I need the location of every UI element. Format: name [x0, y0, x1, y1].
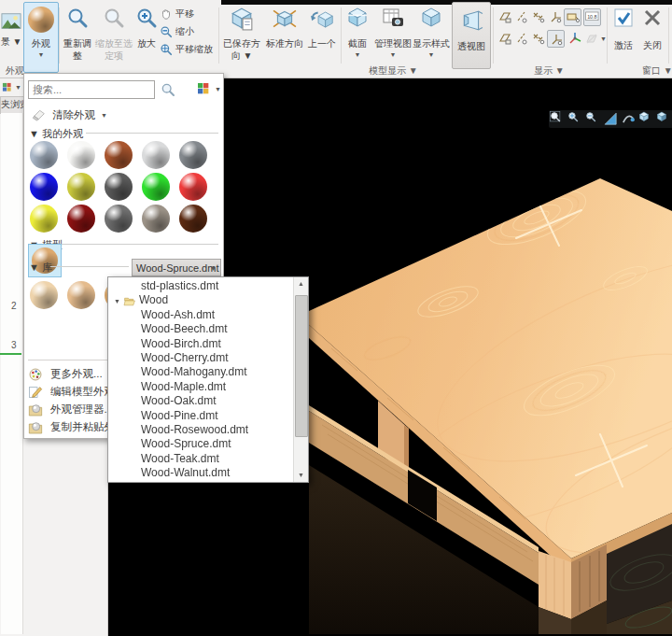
ribbon: 景 ▼ 外观 ▼ 重新调 整 缩放至选 定项 放大 平移 缩小 平移缩放 已保存… [0, 0, 672, 78]
group-label-appearance: 外观 [6, 64, 24, 78]
library-combo[interactable]: Wood-Spruce.dmt ▼ [132, 259, 221, 276]
scene-gallery-button[interactable]: 景 ▼ [0, 2, 22, 71]
dropdown-scrollbar[interactable]: ▲ ▼ [293, 277, 308, 482]
dropdown-item[interactable]: Wood-Beech.dmt [109, 322, 294, 336]
datum-pointx-toggle[interactable] [530, 30, 546, 46]
edit-icon [28, 385, 43, 400]
appearance-swatch-dark-gray[interactable] [105, 173, 133, 201]
dropdown-item[interactable]: Wood-Birch.dmt [109, 337, 294, 351]
appearance-swatch-copper-brown[interactable] [105, 141, 133, 169]
appearance-swatch-gray[interactable] [105, 205, 133, 233]
dropdown-item[interactable]: Wood-Cherry.dmt [109, 351, 294, 365]
dropdown-item[interactable]: Wood-Mahogany.dmt [109, 365, 294, 379]
section-caret-icon: ▼ [343, 51, 371, 58]
folder-browser-tab[interactable]: 夹浏览 [0, 96, 26, 114]
search-icon[interactable] [161, 82, 175, 97]
manage-views-button[interactable]: 管理视图 ▼ [373, 2, 413, 71]
refit-button[interactable]: 重新调 整 [61, 2, 94, 71]
appearance-gallery-button[interactable]: 外观 ▼ [23, 2, 59, 73]
appearance-swatch-light-silver[interactable] [142, 141, 170, 169]
navigator-grid-icon [2, 82, 12, 92]
close-x-icon [641, 7, 664, 29]
datum-dim-toggle[interactable]: 10.8 [583, 8, 601, 26]
scroll-thumb[interactable] [295, 295, 308, 437]
standard-orientation-button[interactable]: 标准方向 [265, 2, 304, 71]
activate-button[interactable]: 激活 [609, 2, 637, 71]
folder-expand-icon[interactable]: ▼ [114, 298, 120, 304]
group-separator [668, 7, 669, 64]
appearance-swatch-wood-light[interactable] [30, 281, 58, 309]
dropdown-item[interactable]: Wood-Ash.dmt [109, 308, 294, 322]
pan-button[interactable]: 平移 [160, 6, 194, 21]
datum-rotcenter-toggle[interactable] [567, 30, 582, 46]
dropdown-item[interactable]: Wood-Pine.dmt [109, 409, 294, 423]
section-library[interactable]: ▼ 库 [29, 261, 52, 275]
search-input[interactable] [28, 80, 155, 99]
display-style-button[interactable]: 显示样式 ▼ [413, 2, 450, 71]
appearance-swatch-stone[interactable] [142, 205, 170, 233]
standard-orientation-icon [273, 7, 297, 31]
datum-plane-toggle[interactable] [497, 8, 512, 24]
viewport-zin-icon[interactable] [567, 111, 583, 127]
dropdown-folder-wood[interactable]: ▼Wood [109, 293, 294, 307]
datum-plane-toggle[interactable] [497, 30, 512, 46]
tree-item[interactable]: 2 [11, 301, 17, 311]
viewport-repaint-icon[interactable] [603, 111, 619, 127]
section-button[interactable]: 截面 ▼ [343, 2, 371, 71]
group-separator [607, 7, 608, 64]
library-combo-value: Wood-Spruce.dmt [136, 262, 218, 274]
datum-csys-toggle[interactable] [547, 30, 565, 48]
datum-tag-toggle[interactable] [564, 8, 581, 26]
appearance-swatch-blue[interactable] [30, 173, 58, 201]
dropdown-item[interactable]: Wood-Oak.dmt [109, 394, 294, 408]
zoom-out-button[interactable]: 缩小 [160, 23, 194, 39]
appearance-swatch-wood-mid[interactable] [67, 281, 95, 309]
datum-pointx-toggle[interactable] [530, 8, 546, 24]
caret-down-icon[interactable]: ▼ [215, 86, 221, 92]
datum-csys-toggle[interactable] [547, 8, 563, 24]
saved-orientations-button[interactable]: 已保存方 向 ▼ [220, 2, 263, 71]
appearance-swatch-blue-gray[interactable] [30, 141, 58, 169]
scroll-down-icon[interactable]: ▼ [294, 469, 308, 482]
group-label-model-display[interactable]: 模型显示 ▼ [369, 64, 418, 78]
appearance-swatch-dark-wood[interactable] [179, 205, 207, 233]
viewport-reorient-icon[interactable] [621, 111, 637, 127]
dropdown-item[interactable]: Wood-Rosewood.dmt [109, 423, 294, 437]
appearance-swatch-green[interactable] [142, 173, 170, 201]
appearance-swatch-dark-red[interactable] [67, 205, 95, 233]
datum-axis-toggle[interactable] [513, 8, 529, 24]
viewport-style-icon[interactable] [638, 111, 654, 127]
group-label-window[interactable]: 窗口 ▼ [642, 64, 672, 78]
previous-view-button[interactable]: 上一个 [306, 2, 338, 71]
close-window-button[interactable]: 关闭 [638, 2, 666, 71]
appearance-swatch-white[interactable] [67, 141, 95, 169]
group-separator [493, 7, 494, 64]
scroll-up-icon[interactable]: ▲ [294, 277, 308, 290]
group-label-display[interactable]: 显示 ▼ [534, 64, 565, 78]
dropdown-item[interactable]: std-plastics.dmt [109, 279, 294, 293]
view-options-icon[interactable] [196, 81, 211, 96]
appearance-swatch-red[interactable] [179, 173, 207, 201]
dropdown-item[interactable]: Wood-Walnut.dmt [109, 466, 294, 480]
perspective-view-button[interactable]: 透视图 [452, 2, 491, 69]
appearance-swatch-dark-chrome[interactable] [179, 141, 207, 169]
appearance-swatch-yellow[interactable] [30, 205, 58, 233]
navigator-toolbar[interactable]: ▼ [2, 82, 21, 92]
zoom-in-button[interactable]: 放大 [133, 2, 160, 71]
appearance-swatch-olive-yellow[interactable] [67, 173, 95, 201]
section-my-appearances[interactable]: ▼ 我的外观 [29, 127, 83, 141]
pan-hand-icon [160, 7, 173, 21]
dropdown-item[interactable]: Wood-Spruce.dmt [109, 437, 294, 451]
dropdown-item[interactable]: Wood-Maple.dmt [109, 380, 294, 394]
viewport-section-icon[interactable] [656, 111, 672, 127]
caret-down-icon[interactable]: ▼ [600, 35, 607, 42]
model-tree-area[interactable] [1, 113, 23, 634]
pan-zoom-button[interactable]: 平移缩放 [160, 41, 213, 57]
clear-appearance-button[interactable]: 清除外观 ▼ [32, 107, 107, 122]
datum-axis-toggle[interactable] [513, 30, 529, 46]
viewport-refit-icon[interactable] [550, 111, 566, 127]
datum-annot-toggle[interactable] [583, 30, 599, 46]
tree-item[interactable]: 3 [11, 340, 17, 350]
viewport-zout-icon[interactable] [585, 111, 601, 127]
dropdown-item[interactable]: Wood-Teak.dmt [109, 452, 294, 466]
